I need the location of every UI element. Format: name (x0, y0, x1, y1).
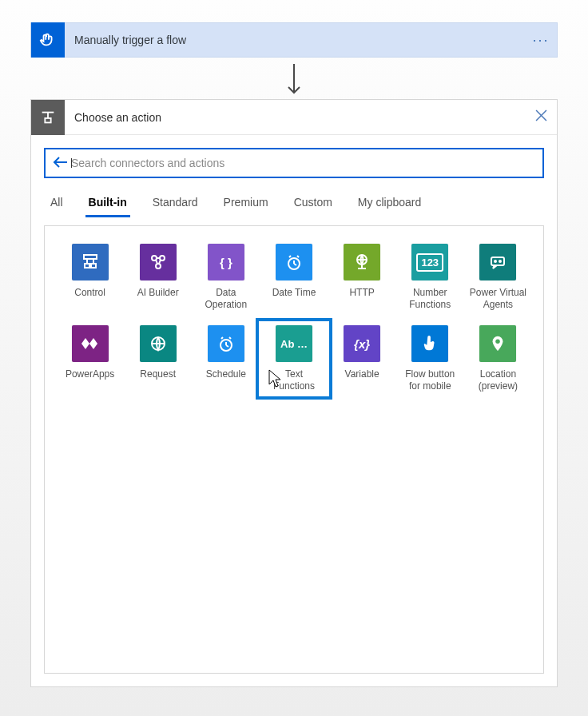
tab-my-clipboard[interactable]: My clipboard (355, 189, 424, 217)
connector-pva[interactable]: Power Virtual Agents (467, 244, 529, 311)
action-header: Choose an action (31, 100, 557, 135)
connector-label: Schedule (206, 368, 246, 380)
choose-action-card: Choose an action (30, 99, 558, 687)
touch-icon (31, 22, 65, 58)
connector-label: Power Virtual Agents (470, 287, 526, 311)
connector-label: Request (140, 368, 176, 380)
connector-http[interactable]: HTTP (332, 244, 393, 311)
tab-built-in[interactable]: Built-in (85, 189, 130, 217)
connector-data-operation[interactable]: { } Data Operation (195, 244, 256, 311)
trigger-title: Manually trigger a flow (65, 34, 525, 46)
connector-label: Location (preview) (479, 368, 518, 392)
connector-label: Flow button for mobile (405, 368, 455, 392)
connector-number-functions[interactable]: 123 Number Functions (399, 244, 461, 311)
connector-schedule[interactable]: Schedule (195, 325, 256, 392)
connector-label: PowerApps (66, 368, 114, 380)
connector-label: Date Time (272, 287, 316, 299)
connector-label: Text Functions (273, 368, 315, 392)
connector-ai-builder[interactable]: AI Builder (127, 244, 189, 311)
connector-label: Variable (345, 368, 379, 380)
svg-line-20 (294, 264, 296, 265)
http-icon (344, 244, 380, 280)
connector-flow-button[interactable]: Flow button for mobile (399, 325, 461, 392)
pva-icon (479, 244, 516, 280)
svg-line-16 (159, 260, 161, 264)
svg-point-27 (499, 261, 501, 262)
ai-builder-icon (140, 244, 177, 280)
data-operation-icon: { } (208, 244, 244, 280)
connectors-panel: Control AI Builder { } Data (44, 225, 544, 674)
svg-point-35 (496, 340, 501, 344)
powerapps-icon (72, 325, 109, 362)
connector-label: Control (74, 287, 105, 299)
tab-all[interactable]: All (47, 189, 66, 217)
connector-label: Data Operation (205, 287, 248, 311)
category-tabs: All Built-in Standard Premium Custom My … (47, 189, 541, 217)
flow-arrow-icon (284, 62, 304, 97)
trigger-more-menu[interactable]: ··· (525, 32, 557, 49)
connector-label: HTTP (349, 287, 374, 299)
search-box[interactable] (44, 148, 544, 178)
connector-powerapps[interactable]: PowerApps (59, 325, 121, 392)
svg-marker-28 (81, 338, 89, 349)
connector-text-functions[interactable]: Ab … Text Functions (263, 325, 324, 392)
request-icon (140, 325, 177, 362)
connector-date-time[interactable]: Date Time (263, 244, 324, 311)
text-functions-icon: Ab … (276, 325, 312, 362)
tab-custom[interactable]: Custom (291, 189, 336, 217)
svg-line-34 (226, 345, 228, 347)
search-input[interactable] (71, 155, 538, 171)
close-icon[interactable] (525, 109, 557, 125)
connector-label: Number Functions (409, 287, 451, 311)
tab-premium[interactable]: Premium (220, 189, 272, 217)
svg-line-15 (156, 260, 157, 264)
svg-point-14 (156, 264, 161, 268)
control-icon (72, 244, 109, 280)
schedule-icon (208, 325, 244, 362)
action-title: Choose an action (65, 111, 525, 124)
trigger-card[interactable]: Manually trigger a flow ··· (30, 22, 558, 58)
flow-button-icon (411, 325, 448, 362)
svg-rect-11 (91, 264, 96, 268)
svg-point-26 (495, 261, 496, 262)
location-icon (479, 325, 516, 362)
connector-label: AI Builder (137, 287, 179, 299)
connector-variable[interactable]: {x} Variable (332, 325, 393, 392)
svg-rect-3 (45, 117, 50, 122)
back-arrow-icon[interactable] (50, 155, 71, 172)
svg-rect-7 (84, 255, 97, 259)
svg-marker-29 (89, 338, 97, 349)
connector-location[interactable]: Location (preview) (467, 325, 529, 392)
connector-control[interactable]: Control (59, 244, 121, 311)
svg-rect-25 (491, 257, 504, 265)
tab-standard[interactable]: Standard (149, 189, 201, 217)
datetime-icon (276, 244, 312, 280)
action-icon (31, 100, 65, 135)
svg-rect-10 (85, 264, 89, 268)
number-icon: 123 (411, 244, 448, 280)
connector-request[interactable]: Request (127, 325, 189, 392)
variable-icon: {x} (344, 325, 380, 362)
